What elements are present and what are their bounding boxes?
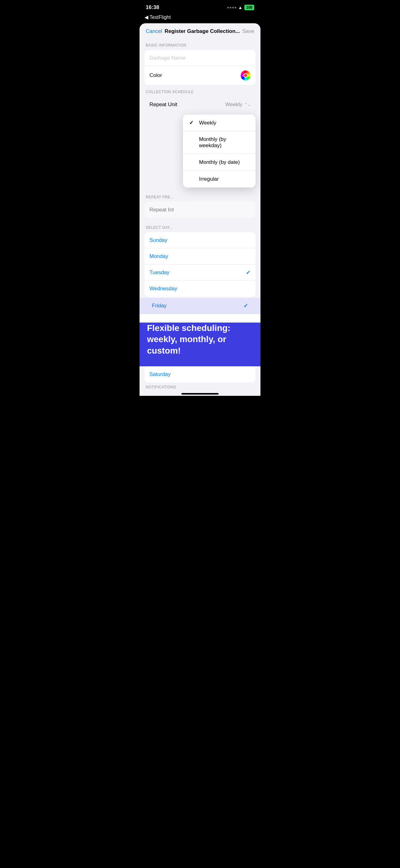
- cancel-button[interactable]: Cancel: [146, 28, 162, 34]
- repeat-unit-dropdown: ✓ Weekly Monthly (by weekday) Monthly (b…: [183, 115, 256, 187]
- color-row[interactable]: Color: [144, 66, 256, 85]
- saturday-group: Saturday: [144, 366, 256, 382]
- day-wednesday: Wednesday: [149, 286, 177, 292]
- day-row-saturday[interactable]: Saturday: [144, 366, 256, 382]
- main-content: Cancel Register Garbage Collection... Sa…: [139, 23, 261, 396]
- color-picker[interactable]: [241, 70, 251, 81]
- day-check-friday: ✓: [243, 302, 248, 309]
- dropdown-option-irregular: Irregular: [199, 176, 219, 182]
- day-row-tuesday[interactable]: Tuesday ✓: [144, 265, 256, 281]
- day-tuesday: Tuesday: [149, 270, 170, 276]
- status-bar: 16:38 ▲ 100: [139, 0, 261, 13]
- repeat-unit-label: Repeat Unit: [149, 101, 177, 108]
- dropdown-option-weekly: Weekly: [199, 120, 216, 126]
- color-label: Color: [149, 72, 162, 79]
- repeat-frequency-label: REPEAT FRE...: [139, 190, 261, 202]
- day-check-tuesday: ✓: [246, 269, 251, 276]
- page-title: Register Garbage Collection...: [165, 28, 240, 34]
- repeat-unit-selected: Weekly: [226, 101, 242, 108]
- wifi-icon: ▲: [238, 5, 242, 10]
- dropdown-item-irregular[interactable]: Irregular: [183, 171, 256, 187]
- dropdown-item-weekly[interactable]: ✓ Weekly: [183, 115, 256, 131]
- dropdown-item-monthly-weekday[interactable]: Monthly (by weekday): [183, 131, 256, 154]
- chevron-updown-icon: ⌃⌄: [244, 102, 251, 107]
- day-saturday: Saturday: [149, 371, 171, 377]
- day-sunday: Sunday: [149, 237, 167, 243]
- status-right: ▲ 100: [227, 5, 254, 10]
- selected-color-dot: [243, 73, 248, 78]
- basic-info-group: Garbage Name Color: [144, 50, 256, 85]
- basic-info-label: BASIC INFORMATION: [139, 38, 261, 50]
- day-monday: Monday: [149, 253, 168, 259]
- testflight-nav: ◀ TestFlight: [139, 13, 261, 23]
- repeat-unit-value: Weekly ⌃⌄: [226, 101, 251, 108]
- day-friday: Friday: [152, 303, 167, 309]
- repeat-int-label: Repeat Int: [149, 207, 174, 213]
- check-icon: ✓: [189, 120, 195, 126]
- repeat-int-row[interactable]: Repeat Int: [144, 202, 256, 218]
- promo-banner: Friday ✓ Flexible scheduling: weekly, mo…: [139, 298, 261, 366]
- garbage-name-input[interactable]: Garbage Name: [149, 55, 186, 61]
- nav-header: Cancel Register Garbage Collection... Sa…: [139, 23, 261, 38]
- dropdown-item-monthly-date[interactable]: Monthly (by date): [183, 154, 256, 171]
- collection-schedule-label: COLLECTION SCHEDULE: [139, 85, 261, 97]
- garbage-name-row[interactable]: Garbage Name: [144, 50, 256, 66]
- day-row-monday[interactable]: Monday: [144, 248, 256, 265]
- status-time: 16:38: [146, 4, 159, 10]
- select-day-label: SELECT DAY...: [139, 220, 261, 232]
- dropdown-option-monthly-weekday: Monthly (by weekday): [199, 136, 249, 149]
- day-row-sunday[interactable]: Sunday: [144, 232, 256, 248]
- home-indicator: [139, 391, 261, 396]
- phone-frame: 16:38 ▲ 100 ◀ TestFlight Cancel Register…: [139, 0, 261, 396]
- notifications-section-label: NOTIFICATIONS: [139, 382, 261, 391]
- day-selection-group: Sunday Monday Tuesday ✓ Wednesday: [144, 232, 256, 297]
- back-button[interactable]: ◀ TestFlight: [144, 14, 256, 20]
- signal-dots: [227, 7, 236, 8]
- home-bar: [181, 393, 219, 395]
- repeat-unit-row[interactable]: Repeat Unit Weekly ⌃⌄: [144, 97, 256, 113]
- promo-text: Flexible scheduling: weekly, monthly, or…: [147, 322, 253, 356]
- battery-badge: 100: [244, 5, 254, 10]
- save-button[interactable]: Save: [242, 28, 254, 34]
- day-row-wednesday[interactable]: Wednesday: [144, 281, 256, 297]
- dropdown-option-monthly-date: Monthly (by date): [199, 159, 240, 165]
